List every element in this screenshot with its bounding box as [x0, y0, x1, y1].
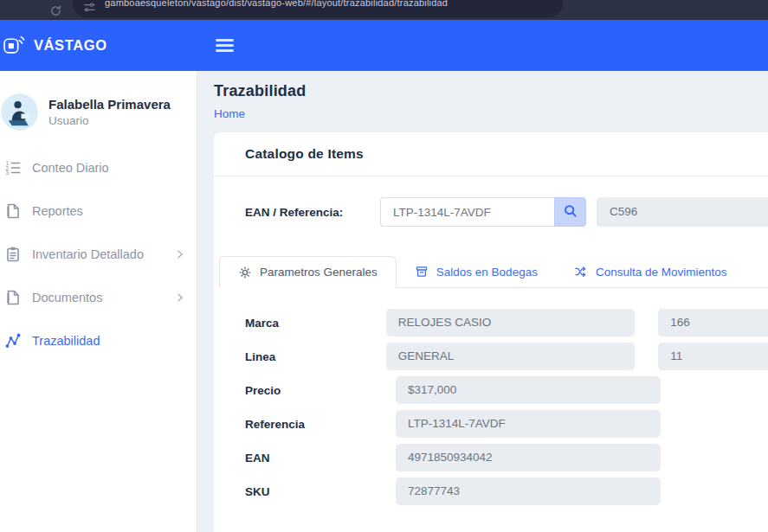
- field-row-precio: Precio$317,000: [245, 376, 768, 404]
- tab-label: Saldos en Bodegas: [436, 266, 538, 279]
- catalog-card: Catalogo de Items EAN / Referencia: C596…: [214, 132, 768, 532]
- sidebar-item-label: Reportes: [32, 204, 186, 218]
- field-row-ean: EAN4971850934042: [245, 444, 768, 471]
- sidebar-menu: 123Conteo DiarioReportesInventario Detal…: [0, 146, 197, 362]
- hamburger-menu-button[interactable]: [212, 35, 237, 55]
- tab-saldos-en-bodegas[interactable]: Saldos en Bodegas: [397, 256, 556, 287]
- sidebar-item-label: Documentos: [32, 291, 174, 304]
- field-row-linea: LineaGENERAL11: [245, 343, 768, 370]
- shuffle-icon: [574, 265, 588, 279]
- sidebar-item-inventario-detallado[interactable]: Inventario Detallado: [0, 233, 197, 276]
- page-head: Trazabilidad Home: [198, 71, 768, 121]
- archive-icon: [415, 265, 429, 279]
- card-title: Catalogo de Items: [245, 146, 364, 162]
- field-label: Referencia: [245, 418, 396, 431]
- browser-chrome: gamboaesqueleton/vastago/dist/vastago-we…: [0, 0, 768, 20]
- tab-parametros-generales[interactable]: Parametros Generales: [219, 256, 397, 288]
- field-value-referencia: LTP-1314L-7AVDF: [396, 410, 661, 438]
- chevron-right-icon: [174, 248, 186, 260]
- network-icon: [4, 332, 22, 349]
- tab-consulta-de-movimientos[interactable]: Consulta de Movimientos: [556, 256, 745, 287]
- sidebar-item-label: Inventario Detallado: [32, 247, 174, 261]
- field-row-marca: MarcaRELOJES CASIO166: [245, 309, 768, 337]
- field-value-marca: RELOJES CASIO: [386, 309, 635, 337]
- sidebar-item-reportes[interactable]: Reportes: [0, 189, 197, 233]
- field-label: Linea: [245, 350, 386, 363]
- tab-label: Consulta de Movimientos: [596, 266, 727, 279]
- svg-text:3: 3: [6, 170, 10, 176]
- field-extra-marca: 166: [658, 309, 768, 337]
- search-button[interactable]: [554, 197, 586, 227]
- user-name: Falabella Primavera: [48, 97, 171, 112]
- field-label: SKU: [245, 485, 396, 498]
- field-row-referencia: ReferenciaLTP-1314L-7AVDF: [245, 410, 768, 438]
- parameters-form: MarcaRELOJES CASIO166LineaGENERAL11Preci…: [245, 309, 768, 505]
- field-label: EAN: [245, 452, 396, 465]
- brand-name: VÁSTAGO: [34, 37, 107, 54]
- breadcrumb-home-link[interactable]: Home: [214, 107, 245, 120]
- tab-label: Parametros Generales: [260, 266, 378, 279]
- field-extra-linea: 11: [658, 343, 768, 370]
- field-label: Marca: [245, 317, 386, 330]
- avatar: [1, 93, 38, 131]
- list-numbered-icon: 123: [4, 159, 22, 176]
- sidebar-item-trazabilidad[interactable]: Trazabilidad: [0, 319, 197, 362]
- user-role: Usuario: [48, 114, 171, 127]
- ean-referencia-label: EAN / Referencia:: [245, 206, 380, 219]
- card-header: Catalogo de Items: [214, 132, 768, 176]
- file-icon: [4, 289, 22, 306]
- site-info-icon[interactable]: [83, 1, 96, 14]
- chevron-right-icon: [174, 292, 186, 304]
- ean-referencia-input[interactable]: [380, 197, 554, 227]
- field-value-linea: GENERAL: [386, 343, 635, 370]
- gear-icon: [238, 266, 252, 279]
- sidebar-item-conteo-diario[interactable]: 123Conteo Diario: [0, 146, 197, 189]
- user-profile[interactable]: Falabella Primavera Usuario: [1, 93, 197, 131]
- field-value-precio: $317,000: [396, 376, 661, 404]
- field-value-ean: 4971850934042: [396, 444, 661, 471]
- search-icon: [563, 203, 578, 221]
- search-input-group: [380, 197, 586, 227]
- reload-icon[interactable]: [49, 4, 62, 17]
- field-row-sku: SKU72877743: [245, 478, 768, 505]
- sidebar: Falabella Primavera Usuario 123Conteo Di…: [0, 71, 197, 532]
- main-content: Trazabilidad Home Catalogo de Items EAN …: [198, 71, 768, 532]
- brand[interactable]: VÁSTAGO: [0, 34, 197, 57]
- page-title: Trazabilidad: [214, 82, 768, 100]
- sidebar-item-documentos[interactable]: Documentos: [0, 276, 197, 319]
- brand-logo-icon: [3, 34, 26, 57]
- item-code-field: C596: [597, 197, 768, 227]
- url-text: gamboaesqueleton/vastago/dist/vastago-we…: [105, 0, 448, 8]
- field-label: Precio: [245, 384, 396, 397]
- tabs-bar: Parametros GeneralesSaldos en BodegasCon…: [219, 256, 768, 288]
- clipboard-icon: [4, 246, 22, 263]
- app-header: VÁSTAGO: [0, 20, 768, 71]
- field-value-sku: 72877743: [396, 478, 661, 505]
- search-row: EAN / Referencia: C596: [245, 197, 768, 227]
- sidebar-item-label: Trazabilidad: [32, 334, 186, 348]
- file-icon: [4, 202, 22, 220]
- sidebar-item-label: Conteo Diario: [32, 161, 186, 175]
- url-bar[interactable]: gamboaesqueleton/vastago/dist/vastago-we…: [73, 0, 563, 17]
